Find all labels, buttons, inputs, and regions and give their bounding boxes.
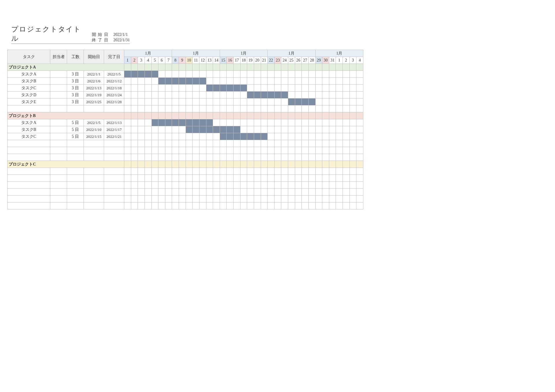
day-cell — [199, 189, 206, 196]
day-header: 28 — [308, 57, 315, 64]
day-cell — [158, 161, 165, 168]
day-cell — [165, 133, 172, 140]
day-cell — [349, 92, 356, 99]
day-cell — [308, 119, 315, 126]
day-cell — [268, 119, 275, 126]
day-cell — [336, 175, 343, 182]
day-cell — [165, 168, 172, 175]
day-cell — [158, 105, 165, 112]
day-cell — [206, 175, 213, 182]
day-cell — [220, 99, 227, 105]
day-cell — [179, 168, 186, 175]
day-cell — [254, 189, 261, 196]
day-cell — [295, 64, 302, 71]
day-cell — [322, 168, 329, 175]
day-cell — [329, 71, 336, 78]
day-cell — [158, 196, 165, 202]
day-cell — [349, 105, 356, 112]
day-cell — [193, 147, 199, 154]
day-cell — [151, 196, 158, 202]
day-cell — [131, 85, 138, 92]
day-cell — [172, 112, 179, 119]
task-effort: 3 日 — [67, 85, 84, 92]
day-cell — [349, 147, 356, 154]
day-cell — [234, 189, 240, 196]
day-cell — [336, 161, 343, 168]
day-cell — [240, 168, 247, 175]
day-cell — [336, 92, 343, 99]
day-cell — [138, 78, 145, 85]
day-cell — [295, 112, 302, 119]
day-cell — [138, 202, 145, 209]
day-cell — [247, 202, 254, 209]
blank-row — [8, 175, 363, 182]
day-cell — [199, 99, 206, 105]
day-cell — [247, 112, 254, 119]
day-cell — [254, 99, 261, 105]
day-cell — [329, 78, 336, 85]
day-cell — [329, 182, 336, 189]
day-cell — [227, 175, 234, 182]
day-cell — [172, 189, 179, 196]
day-cell — [247, 99, 254, 105]
day-cell — [302, 112, 309, 119]
day-header: 24 — [281, 57, 288, 64]
day-cell — [315, 161, 322, 168]
day-cell — [254, 182, 261, 189]
task-start: 2022/1/25 — [84, 99, 104, 105]
day-cell — [302, 85, 309, 92]
day-cell — [165, 182, 172, 189]
gantt-bar-cell — [199, 119, 206, 126]
day-cell — [138, 182, 145, 189]
day-cell — [349, 64, 356, 71]
day-cell — [124, 196, 131, 202]
day-cell — [336, 189, 343, 196]
day-cell — [268, 140, 275, 147]
day-header: 7 — [165, 57, 172, 64]
day-cell — [274, 78, 281, 85]
day-cell — [131, 202, 138, 209]
day-cell — [336, 99, 343, 105]
day-header: 2 — [131, 57, 138, 64]
gantt-bar-cell — [288, 99, 295, 105]
day-cell — [261, 64, 268, 71]
day-cell — [186, 64, 193, 71]
day-cell — [336, 112, 343, 119]
day-cell — [227, 168, 234, 175]
day-cell — [295, 105, 302, 112]
day-cell — [281, 71, 288, 78]
day-cell — [138, 168, 145, 175]
task-assignee — [50, 119, 67, 126]
project-row: プロジェクトA — [8, 64, 363, 71]
day-cell — [336, 147, 343, 154]
day-cell — [274, 154, 281, 161]
date-meta: 開始日 2022/1/1 終了日 2022/1/31 — [92, 32, 130, 43]
day-cell — [302, 196, 309, 202]
day-cell — [186, 105, 193, 112]
day-cell — [336, 182, 343, 189]
day-cell — [199, 161, 206, 168]
day-cell — [281, 112, 288, 119]
day-cell — [165, 105, 172, 112]
day-cell — [281, 189, 288, 196]
day-cell — [322, 92, 329, 99]
day-cell — [131, 92, 138, 99]
gantt-bar-cell — [193, 119, 199, 126]
day-cell — [213, 140, 220, 147]
day-cell — [124, 161, 131, 168]
gantt-bar-cell — [274, 92, 281, 99]
day-cell — [247, 196, 254, 202]
day-cell — [145, 202, 151, 209]
day-header: 15 — [220, 57, 227, 64]
task-assignee — [50, 133, 67, 140]
day-cell — [254, 85, 261, 92]
day-cell — [322, 85, 329, 92]
day-cell — [213, 202, 220, 209]
day-cell — [254, 196, 261, 202]
day-cell — [206, 71, 213, 78]
day-cell — [349, 78, 356, 85]
day-cell — [151, 105, 158, 112]
day-cell — [295, 168, 302, 175]
day-cell — [131, 119, 138, 126]
gantt-bar-cell — [186, 119, 193, 126]
